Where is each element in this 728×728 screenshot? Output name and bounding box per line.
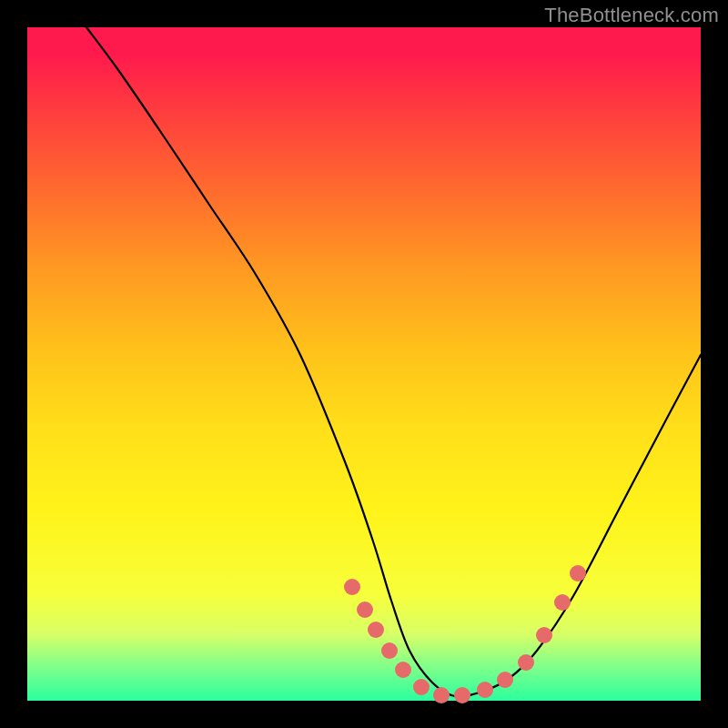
curve-layer [27, 27, 701, 701]
curve-marker [570, 565, 586, 581]
bottleneck-curve [86, 27, 701, 696]
curve-marker [554, 594, 571, 611]
plot-area [27, 27, 701, 701]
curve-marker [518, 654, 534, 671]
curve-marker [477, 682, 493, 698]
chart-frame: TheBottleneck.com [0, 0, 728, 728]
marker-group [344, 565, 586, 703]
curve-marker [357, 602, 373, 618]
curve-marker [381, 642, 398, 659]
curve-marker [413, 679, 430, 695]
curve-marker [536, 627, 552, 643]
curve-marker [344, 579, 360, 595]
curve-marker [395, 662, 411, 678]
curve-marker [433, 687, 450, 703]
curve-marker [454, 687, 470, 703]
curve-marker [368, 622, 384, 638]
watermark-text: TheBottleneck.com [544, 4, 719, 27]
curve-marker [497, 672, 513, 688]
